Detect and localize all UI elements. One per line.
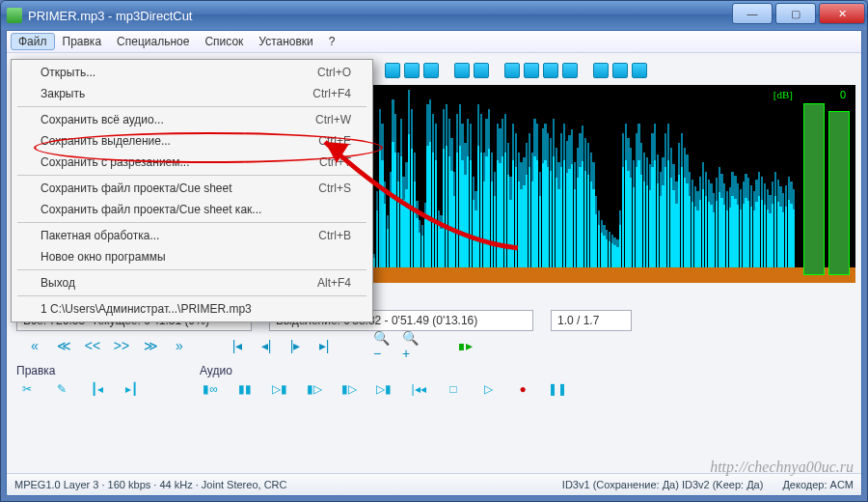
- toolbar: [373, 60, 855, 81]
- menu-item[interactable]: Сохранить всё аудио...Ctrl+W: [14, 109, 370, 130]
- loop-icon[interactable]: ▮∞: [200, 380, 221, 398]
- play-after-icon[interactable]: ▷▮: [373, 380, 394, 398]
- tool-icon[interactable]: [423, 63, 439, 78]
- status-bar: MPEG1.0 Layer 3 · 160 kbps · 44 kHz · Jo…: [7, 473, 861, 495]
- rewind-icon[interactable]: |◂◂: [408, 380, 429, 398]
- tool-icon[interactable]: [385, 63, 400, 78]
- cut-icon[interactable]: ✂: [16, 380, 38, 398]
- waveform-display[interactable]: [dB] 0 -6 -18 -48: [373, 85, 855, 283]
- menu-item[interactable]: ВыходAlt+F4: [14, 272, 370, 293]
- close-button[interactable]: ✕: [819, 3, 865, 24]
- status-decoder: Декодер: ACM: [782, 479, 854, 490]
- menu-item[interactable]: 1 C:\Users\Администрат...\PRIMER.mp3: [14, 298, 370, 320]
- db-header: [dB]: [773, 89, 793, 100]
- edit-title: Правка: [16, 364, 142, 377]
- nudge-fwd-icon[interactable]: >>: [113, 337, 130, 354]
- selection-band: [373, 267, 855, 283]
- right-pane: [dB] 0 -6 -18 -48: [373, 60, 855, 283]
- play-to-icon[interactable]: ▮▷: [304, 380, 325, 398]
- record-icon[interactable]: ●: [512, 380, 533, 398]
- tool-icon[interactable]: [404, 63, 420, 78]
- menu-settings[interactable]: Установки: [251, 33, 320, 50]
- tool-icon[interactable]: [454, 63, 470, 78]
- tool-icon[interactable]: [562, 63, 578, 78]
- menu-item[interactable]: Сохранить файл проекта/Cue sheet как...: [14, 199, 370, 220]
- nudge-back-icon[interactable]: <<: [84, 337, 101, 354]
- tool-icon[interactable]: [543, 63, 558, 78]
- transport-bar: « ≪ << >> ≫ » |◂ ◂| |▸ ▸| 🔍− 🔍+ ∎▸: [26, 337, 852, 354]
- next-cut-icon[interactable]: |▸: [286, 337, 304, 354]
- menubar: Файл Правка Специальное Список Установки…: [7, 31, 861, 53]
- playhead-icon[interactable]: ∎▸: [456, 337, 474, 354]
- sel-start-icon[interactable]: ┃◂: [86, 380, 107, 398]
- skip-back-icon[interactable]: «: [26, 337, 43, 354]
- menu-item[interactable]: Открыть...Ctrl+O: [14, 62, 370, 83]
- menu-edit[interactable]: Правка: [55, 33, 110, 50]
- client-area: Файл Правка Специальное Список Установки…: [6, 30, 862, 496]
- menu-list[interactable]: Список: [197, 33, 251, 50]
- menu-item[interactable]: ЗакрытьCtrl+F4: [14, 83, 370, 104]
- play-sel-icon[interactable]: ▮▮: [234, 380, 256, 398]
- menu-special[interactable]: Специальное: [109, 33, 197, 50]
- zoom-out-icon[interactable]: 🔍−: [373, 337, 391, 354]
- menu-item[interactable]: Сохранить выделение...Ctrl+E: [14, 130, 370, 152]
- menu-item[interactable]: Сохранить с разрезанием...Ctrl+T: [14, 152, 370, 173]
- trim-icon[interactable]: ✎: [51, 380, 72, 398]
- window-title: PRIMER.mp3 - mp3DirectCut: [28, 9, 192, 23]
- prev-cut-icon[interactable]: ◂|: [258, 337, 275, 354]
- menu-item[interactable]: Сохранить файл проекта/Cue sheetCtrl+S: [14, 178, 370, 199]
- tool-icon[interactable]: [612, 63, 628, 78]
- zoom-in-icon[interactable]: 🔍+: [402, 337, 420, 354]
- play-icon[interactable]: ▷: [477, 380, 499, 398]
- audio-section: Аудио ▮∞ ▮▮ ▷▮ ▮▷ ▮▷ ▷▮ |◂◂ □ ▷ ● ❚❚: [200, 364, 568, 398]
- status-id3: ID3v1 (Сохранение: Да) ID3v2 (Keep: Да): [562, 479, 764, 490]
- menu-item[interactable]: Пакетная обработка...Ctrl+B: [14, 225, 370, 246]
- menu-item[interactable]: Новое окно программы: [14, 246, 370, 267]
- stop-icon[interactable]: □: [443, 380, 464, 398]
- edit-section: Правка ✂ ✎ ┃◂ ▸┃: [16, 364, 142, 398]
- audio-title: Аудио: [200, 364, 568, 377]
- file-menu-dropdown: Открыть...Ctrl+OЗакрытьCtrl+F4Сохранить …: [11, 59, 373, 322]
- play-range-icon[interactable]: ▮▷: [339, 380, 360, 398]
- tool-icon[interactable]: [593, 63, 609, 78]
- tool-icon[interactable]: [504, 63, 520, 78]
- skip-fwd-icon[interactable]: »: [171, 337, 188, 354]
- status-codec: MPEG1.0 Layer 3 · 160 kbps · 44 kHz · Jo…: [14, 479, 286, 490]
- tool-icon[interactable]: [524, 63, 539, 78]
- play-from-icon[interactable]: ▷▮: [269, 380, 290, 398]
- maximize-button[interactable]: ▢: [775, 3, 816, 24]
- tool-icon[interactable]: [474, 63, 489, 78]
- titlebar: PRIMER.mp3 - mp3DirectCut — ▢ ✕: [1, 1, 867, 30]
- mark-out-icon[interactable]: ▸|: [315, 337, 333, 354]
- tool-icon[interactable]: [632, 63, 647, 78]
- app-window: PRIMER.mp3 - mp3DirectCut — ▢ ✕ Файл Пра…: [0, 0, 868, 502]
- nav-zoom-field[interactable]: 1.0 / 1.7: [551, 310, 632, 331]
- sel-end-icon[interactable]: ▸┃: [121, 380, 142, 398]
- step-fwd-icon[interactable]: ≫: [142, 337, 159, 354]
- level-meter: [803, 91, 850, 275]
- menu-file[interactable]: Файл: [11, 33, 55, 50]
- minimize-button[interactable]: —: [732, 3, 773, 24]
- step-back-icon[interactable]: ≪: [55, 337, 72, 354]
- pause-icon[interactable]: ❚❚: [547, 380, 568, 398]
- mark-in-icon[interactable]: |◂: [229, 337, 246, 354]
- app-icon: [7, 8, 22, 23]
- menu-help[interactable]: ?: [321, 33, 343, 50]
